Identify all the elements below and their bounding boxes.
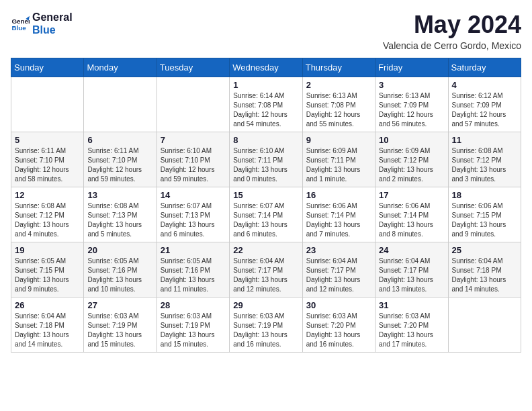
calendar-cell: 30Sunrise: 6:03 AMSunset: 7:20 PMDayligh… (302, 298, 375, 353)
day-number: 12 (15, 190, 80, 200)
day-number: 31 (379, 300, 444, 310)
calendar-table: SundayMondayTuesdayWednesdayThursdayFrid… (11, 58, 521, 353)
calendar-cell (84, 77, 157, 132)
day-info: Sunrise: 6:10 AMSunset: 7:10 PMDaylight:… (161, 146, 226, 184)
calendar-cell: 7Sunrise: 6:10 AMSunset: 7:10 PMDaylight… (157, 132, 229, 187)
calendar-cell: 14Sunrise: 6:07 AMSunset: 7:13 PMDayligh… (157, 187, 229, 242)
day-number: 20 (87, 245, 152, 255)
day-number: 19 (15, 245, 80, 255)
day-number: 2 (306, 80, 371, 90)
day-number: 24 (379, 245, 444, 255)
day-info: Sunrise: 6:08 AMSunset: 7:12 PMDaylight:… (452, 146, 517, 184)
day-number: 21 (161, 245, 226, 255)
day-number: 22 (233, 245, 298, 255)
day-header-sunday: Sunday (11, 58, 84, 77)
day-info: Sunrise: 6:06 AMSunset: 7:15 PMDaylight:… (452, 201, 517, 239)
day-number: 16 (306, 190, 371, 200)
calendar-cell (448, 298, 521, 353)
day-info: Sunrise: 6:12 AMSunset: 7:09 PMDaylight:… (452, 91, 517, 129)
calendar-cell: 5Sunrise: 6:11 AMSunset: 7:10 PMDaylight… (11, 132, 84, 187)
calendar-cell: 6Sunrise: 6:11 AMSunset: 7:10 PMDaylight… (84, 132, 157, 187)
title-block: May 2024 Valencia de Cerro Gordo, Mexico (383, 11, 521, 51)
calendar-cell (11, 77, 84, 132)
day-info: Sunrise: 6:06 AMSunset: 7:14 PMDaylight:… (379, 201, 444, 239)
day-number: 3 (379, 80, 444, 90)
day-number: 8 (233, 135, 298, 145)
day-info: Sunrise: 6:11 AMSunset: 7:10 PMDaylight:… (15, 146, 80, 184)
day-number: 23 (306, 245, 371, 255)
day-info: Sunrise: 6:08 AMSunset: 7:12 PMDaylight:… (15, 201, 80, 239)
day-info: Sunrise: 6:04 AMSunset: 7:18 PMDaylight:… (452, 257, 517, 294)
day-info: Sunrise: 6:03 AMSunset: 7:19 PMDaylight:… (161, 312, 226, 349)
day-header-saturday: Saturday (448, 58, 521, 77)
calendar-cell: 24Sunrise: 6:04 AMSunset: 7:17 PMDayligh… (375, 242, 448, 298)
logo: General Blue General Blue (11, 11, 73, 36)
day-info: Sunrise: 6:14 AMSunset: 7:08 PMDaylight:… (233, 91, 298, 129)
day-header-monday: Monday (84, 58, 157, 77)
calendar-cell: 4Sunrise: 6:12 AMSunset: 7:09 PMDaylight… (448, 77, 521, 132)
days-header-row: SundayMondayTuesdayWednesdayThursdayFrid… (11, 58, 521, 77)
day-info: Sunrise: 6:11 AMSunset: 7:10 PMDaylight:… (87, 146, 152, 184)
calendar-cell: 9Sunrise: 6:09 AMSunset: 7:11 PMDaylight… (302, 132, 375, 187)
day-header-friday: Friday (375, 58, 448, 77)
day-info: Sunrise: 6:03 AMSunset: 7:19 PMDaylight:… (233, 312, 298, 349)
day-number: 17 (379, 190, 444, 200)
day-info: Sunrise: 6:09 AMSunset: 7:11 PMDaylight:… (306, 146, 371, 184)
calendar-cell: 29Sunrise: 6:03 AMSunset: 7:19 PMDayligh… (230, 298, 302, 353)
day-info: Sunrise: 6:06 AMSunset: 7:14 PMDaylight:… (306, 201, 371, 239)
day-info: Sunrise: 6:04 AMSunset: 7:17 PMDaylight:… (233, 257, 298, 294)
calendar-cell: 16Sunrise: 6:06 AMSunset: 7:14 PMDayligh… (302, 187, 375, 242)
calendar-cell: 13Sunrise: 6:08 AMSunset: 7:13 PMDayligh… (84, 187, 157, 242)
calendar-cell: 2Sunrise: 6:13 AMSunset: 7:08 PMDaylight… (302, 77, 375, 132)
day-info: Sunrise: 6:03 AMSunset: 7:20 PMDaylight:… (379, 312, 444, 349)
day-number: 18 (452, 190, 517, 200)
day-info: Sunrise: 6:03 AMSunset: 7:20 PMDaylight:… (306, 312, 371, 349)
month-title: May 2024 (383, 11, 521, 39)
day-number: 10 (379, 135, 444, 145)
day-header-thursday: Thursday (302, 58, 375, 77)
day-info: Sunrise: 6:13 AMSunset: 7:08 PMDaylight:… (306, 91, 371, 129)
calendar-cell: 1Sunrise: 6:14 AMSunset: 7:08 PMDaylight… (230, 77, 302, 132)
day-number: 28 (161, 300, 226, 310)
calendar-cell: 19Sunrise: 6:05 AMSunset: 7:15 PMDayligh… (11, 242, 84, 298)
day-header-tuesday: Tuesday (157, 58, 229, 77)
day-info: Sunrise: 6:04 AMSunset: 7:17 PMDaylight:… (306, 257, 371, 294)
day-info: Sunrise: 6:05 AMSunset: 7:16 PMDaylight:… (161, 257, 226, 294)
day-info: Sunrise: 6:04 AMSunset: 7:18 PMDaylight:… (15, 312, 80, 349)
calendar-cell: 27Sunrise: 6:03 AMSunset: 7:19 PMDayligh… (84, 298, 157, 353)
day-number: 4 (452, 80, 517, 90)
calendar-cell (157, 77, 229, 132)
calendar-cell: 3Sunrise: 6:13 AMSunset: 7:09 PMDaylight… (375, 77, 448, 132)
day-info: Sunrise: 6:05 AMSunset: 7:16 PMDaylight:… (87, 257, 152, 294)
calendar-cell: 18Sunrise: 6:06 AMSunset: 7:15 PMDayligh… (448, 187, 521, 242)
calendar-cell: 23Sunrise: 6:04 AMSunset: 7:17 PMDayligh… (302, 242, 375, 298)
day-number: 14 (161, 190, 226, 200)
day-info: Sunrise: 6:07 AMSunset: 7:13 PMDaylight:… (161, 201, 226, 239)
logo-text: General (32, 11, 73, 24)
day-info: Sunrise: 6:08 AMSunset: 7:13 PMDaylight:… (87, 201, 152, 239)
calendar-cell: 12Sunrise: 6:08 AMSunset: 7:12 PMDayligh… (11, 187, 84, 242)
day-number: 7 (161, 135, 226, 145)
svg-text:Blue: Blue (11, 24, 26, 32)
week-row-1: 1Sunrise: 6:14 AMSunset: 7:08 PMDaylight… (11, 77, 521, 132)
calendar-cell: 20Sunrise: 6:05 AMSunset: 7:16 PMDayligh… (84, 242, 157, 298)
day-number: 25 (452, 245, 517, 255)
day-number: 11 (452, 135, 517, 145)
day-info: Sunrise: 6:05 AMSunset: 7:15 PMDaylight:… (15, 257, 80, 294)
day-header-wednesday: Wednesday (230, 58, 302, 77)
day-number: 1 (233, 80, 298, 90)
calendar-cell: 8Sunrise: 6:10 AMSunset: 7:11 PMDaylight… (230, 132, 302, 187)
day-number: 26 (15, 300, 80, 310)
day-info: Sunrise: 6:09 AMSunset: 7:12 PMDaylight:… (379, 146, 444, 184)
logo-icon: General Blue (11, 14, 30, 33)
day-number: 27 (87, 300, 152, 310)
calendar-cell: 17Sunrise: 6:06 AMSunset: 7:14 PMDayligh… (375, 187, 448, 242)
week-row-3: 12Sunrise: 6:08 AMSunset: 7:12 PMDayligh… (11, 187, 521, 242)
week-row-2: 5Sunrise: 6:11 AMSunset: 7:10 PMDaylight… (11, 132, 521, 187)
page-header: General Blue General Blue May 2024 Valen… (11, 11, 521, 51)
calendar-cell: 22Sunrise: 6:04 AMSunset: 7:17 PMDayligh… (230, 242, 302, 298)
day-info: Sunrise: 6:13 AMSunset: 7:09 PMDaylight:… (379, 91, 444, 129)
day-info: Sunrise: 6:04 AMSunset: 7:17 PMDaylight:… (379, 257, 444, 294)
day-number: 13 (87, 190, 152, 200)
day-info: Sunrise: 6:10 AMSunset: 7:11 PMDaylight:… (233, 146, 298, 184)
